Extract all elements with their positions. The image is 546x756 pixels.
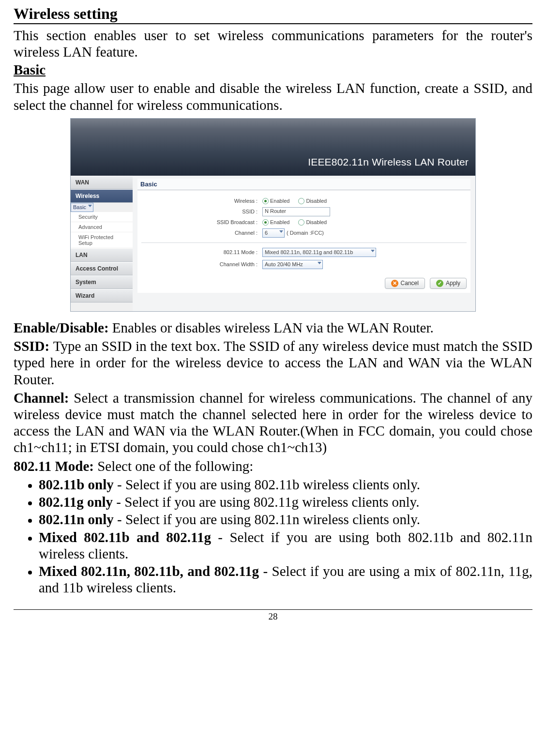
radio-dot-icon	[262, 198, 269, 204]
radio-wireless-enabled[interactable]: Enabled	[262, 198, 289, 204]
router-banner: IEEE802.11n Wireless LAN Router	[71, 119, 475, 176]
para-enable-disable: Enable/Disable: Enables or disables wire…	[14, 319, 532, 336]
label-wireless: Wireless :	[141, 198, 262, 204]
apply-button[interactable]: ✓ Apply	[430, 278, 467, 289]
label-channel-width: Channel Width :	[141, 261, 262, 267]
input-ssid[interactable]: N Router	[262, 207, 330, 216]
label-ssid: SSID :	[141, 209, 262, 214]
cancel-button[interactable]: ✕ Cancel	[385, 278, 425, 289]
select-channel[interactable]: 6	[262, 228, 285, 238]
radio-dot-icon	[262, 219, 269, 226]
radio-ssidbc-disabled[interactable]: Disabled	[298, 219, 327, 226]
intro-paragraph: This section enables user to set wireles…	[14, 27, 532, 60]
heading-wireless-setting: Wireless setting	[14, 5, 532, 24]
radio-wireless-disabled[interactable]: Disabled	[298, 198, 327, 204]
sidebar-item-wizard[interactable]: Wizard	[71, 289, 133, 302]
page-number: 28	[269, 611, 278, 621]
apply-icon: ✓	[436, 280, 443, 287]
label-channel: Channel :	[141, 230, 262, 236]
router-banner-title: IEEE802.11n Wireless LAN Router	[308, 156, 469, 168]
mode-item: Mixed 802.11n, 802.11b, and 802.11g - Se…	[39, 563, 532, 596]
sidebar-sub-security[interactable]: Security	[71, 212, 133, 222]
select-channel-width[interactable]: Auto 20/40 MHz	[262, 260, 323, 269]
router-ui-screenshot: IEEE802.11n Wireless LAN Router WAN Wire…	[70, 118, 476, 312]
sidebar-item-access-control[interactable]: Access Control	[71, 262, 133, 275]
sidebar-sub-wps[interactable]: WiFi Protected Setup	[71, 232, 133, 248]
radio-dot-icon	[298, 219, 304, 226]
panel-title: Basic	[137, 179, 470, 190]
router-sidebar: WAN Wireless Basic Security Advanced WiF…	[71, 176, 133, 311]
sidebar-sub-basic[interactable]: Basic	[71, 203, 93, 212]
label-ssid-broadcast: SSID Broadcast :	[141, 219, 262, 225]
page-footer: 28	[14, 609, 532, 622]
mode-item: 802.11n only - Select if you are using 8…	[39, 511, 532, 528]
sidebar-item-wireless[interactable]: Wireless	[71, 189, 133, 203]
cancel-icon: ✕	[391, 280, 398, 287]
label-80211-mode: 802.11 Mode :	[141, 249, 262, 255]
panel-body: Wireless : Enabled Disabled SSID : N Rou…	[137, 190, 470, 293]
sidebar-item-wan[interactable]: WAN	[71, 176, 133, 189]
sidebar-item-system[interactable]: System	[71, 275, 133, 289]
radio-ssidbc-enabled[interactable]: Enabled	[262, 219, 289, 226]
sidebar-item-lan[interactable]: LAN	[71, 248, 133, 262]
divider	[141, 242, 467, 243]
sidebar-sub-advanced[interactable]: Advanced	[71, 222, 133, 232]
para-ssid: SSID: Type an SSID in the text box. The …	[14, 338, 532, 388]
select-80211-mode[interactable]: Mixed 802.11n, 802.11g and 802.11b	[262, 248, 376, 257]
para-80211-mode: 802.11 Mode: Select one of the following…	[14, 458, 532, 474]
mode-list: 802.11b only - Select if you are using 8…	[39, 476, 532, 596]
mode-item: 802.11b only - Select if you are using 8…	[39, 476, 532, 493]
basic-paragraph: This page allow user to enable and disab…	[14, 80, 532, 113]
channel-domain-note: ( Domain :FCC)	[287, 230, 324, 236]
para-channel: Channel: Select a transmission channel f…	[14, 390, 532, 456]
mode-item: Mixed 802.11b and 802.11g - Select if yo…	[39, 529, 532, 562]
mode-item: 802.11g only - Select if you are using 8…	[39, 494, 532, 510]
radio-dot-icon	[298, 198, 304, 204]
subheading-basic: Basic	[14, 62, 532, 78]
